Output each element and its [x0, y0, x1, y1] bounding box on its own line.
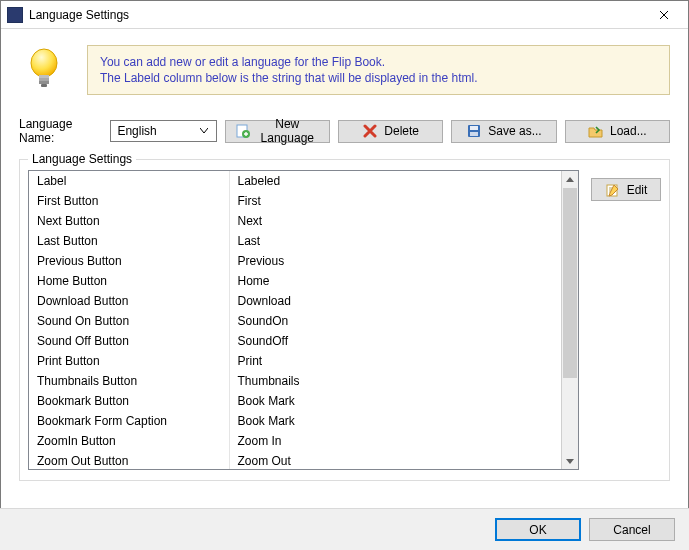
cell-label: Sound Off Button — [29, 331, 229, 351]
edit-button[interactable]: Edit — [591, 178, 661, 201]
save-as-label: Save as... — [488, 124, 541, 138]
edit-label: Edit — [627, 183, 648, 197]
svg-rect-3 — [39, 81, 49, 84]
hint-line-1: You can add new or edit a language for t… — [100, 54, 657, 70]
load-icon — [588, 123, 604, 139]
table-row[interactable]: Print ButtonPrint — [29, 351, 561, 371]
cell-labeled: Zoom In — [229, 431, 561, 451]
language-name-label: Language Name: — [19, 117, 102, 145]
load-label: Load... — [610, 124, 647, 138]
new-language-label: New Language — [256, 117, 319, 145]
cell-labeled: SoundOn — [229, 311, 561, 331]
cell-labeled: Zoom Out — [229, 451, 561, 469]
cell-label: Thumbnails Button — [29, 371, 229, 391]
cell-label: Home Button — [29, 271, 229, 291]
cell-label: First Button — [29, 191, 229, 211]
chevron-down-icon — [196, 128, 212, 134]
hint-banner: You can add new or edit a language for t… — [87, 45, 670, 95]
table-row[interactable]: Thumbnails ButtonThumbnails — [29, 371, 561, 391]
delete-icon — [362, 123, 378, 139]
scroll-thumb[interactable] — [563, 188, 577, 378]
table-row[interactable]: ZoomIn ButtonZoom In — [29, 431, 561, 451]
cell-label: Previous Button — [29, 251, 229, 271]
plus-icon — [236, 123, 250, 139]
window-title: Language Settings — [29, 8, 644, 22]
svg-rect-8 — [470, 126, 478, 130]
table-scrollbar[interactable] — [561, 171, 578, 469]
cell-label: Next Button — [29, 211, 229, 231]
cell-label: Download Button — [29, 291, 229, 311]
ok-button[interactable]: OK — [495, 518, 581, 541]
svg-point-0 — [31, 49, 57, 77]
scroll-up-button[interactable] — [562, 171, 578, 188]
new-language-button[interactable]: New Language — [225, 120, 330, 143]
save-icon — [466, 123, 482, 139]
language-select-value: English — [117, 124, 156, 138]
column-header-labeled: Labeled — [229, 171, 561, 191]
cell-labeled: Last — [229, 231, 561, 251]
cell-labeled: Download — [229, 291, 561, 311]
scroll-down-button[interactable] — [562, 452, 578, 469]
table-row[interactable]: Sound On ButtonSoundOn — [29, 311, 561, 331]
language-settings-group: Language Settings Label Labeled First Bu… — [19, 159, 670, 481]
table-row[interactable]: Next ButtonNext — [29, 211, 561, 231]
close-button[interactable] — [644, 2, 684, 28]
close-icon — [659, 6, 669, 24]
table-row[interactable]: Home ButtonHome — [29, 271, 561, 291]
ok-label: OK — [529, 523, 546, 537]
cell-labeled: Home — [229, 271, 561, 291]
column-header-label: Label — [29, 171, 229, 191]
cell-labeled: Book Mark — [229, 411, 561, 431]
table-row[interactable]: Sound Off ButtonSoundOff — [29, 331, 561, 351]
save-as-button[interactable]: Save as... — [451, 120, 556, 143]
svg-rect-4 — [41, 84, 47, 87]
table-header-row: Label Labeled — [29, 171, 561, 191]
cell-labeled: Print — [229, 351, 561, 371]
cancel-button[interactable]: Cancel — [589, 518, 675, 541]
cell-labeled: SoundOff — [229, 331, 561, 351]
load-button[interactable]: Load... — [565, 120, 670, 143]
cell-label: Bookmark Form Caption — [29, 411, 229, 431]
app-icon — [7, 7, 23, 23]
cancel-label: Cancel — [613, 523, 650, 537]
delete-label: Delete — [384, 124, 419, 138]
svg-rect-9 — [470, 132, 478, 136]
cell-labeled: Next — [229, 211, 561, 231]
scroll-track[interactable] — [562, 188, 578, 452]
cell-label: ZoomIn Button — [29, 431, 229, 451]
hint-bulb-icon — [19, 45, 69, 95]
dialog-button-bar: OK Cancel — [0, 508, 689, 550]
group-title: Language Settings — [28, 152, 136, 166]
edit-icon — [605, 182, 621, 198]
table-row[interactable]: Bookmark ButtonBook Mark — [29, 391, 561, 411]
cell-labeled: Previous — [229, 251, 561, 271]
cell-labeled: Book Mark — [229, 391, 561, 411]
cell-label: Bookmark Button — [29, 391, 229, 411]
cell-label: Zoom Out Button — [29, 451, 229, 469]
table-row[interactable]: Zoom Out ButtonZoom Out — [29, 451, 561, 469]
cell-labeled: First — [229, 191, 561, 211]
table-row[interactable]: First ButtonFirst — [29, 191, 561, 211]
cell-label: Last Button — [29, 231, 229, 251]
table-row[interactable]: Bookmark Form CaptionBook Mark — [29, 411, 561, 431]
language-table[interactable]: Label Labeled First ButtonFirstNext Butt… — [28, 170, 579, 470]
table-row[interactable]: Download ButtonDownload — [29, 291, 561, 311]
delete-button[interactable]: Delete — [338, 120, 443, 143]
language-select[interactable]: English — [110, 120, 216, 142]
cell-labeled: Thumbnails — [229, 371, 561, 391]
cell-label: Sound On Button — [29, 311, 229, 331]
cell-label: Print Button — [29, 351, 229, 371]
svg-rect-1 — [39, 75, 49, 78]
svg-rect-2 — [39, 78, 49, 81]
titlebar: Language Settings — [1, 1, 688, 29]
table-row[interactable]: Previous ButtonPrevious — [29, 251, 561, 271]
hint-line-2: The Labeld column below is the string th… — [100, 70, 657, 86]
table-row[interactable]: Last ButtonLast — [29, 231, 561, 251]
